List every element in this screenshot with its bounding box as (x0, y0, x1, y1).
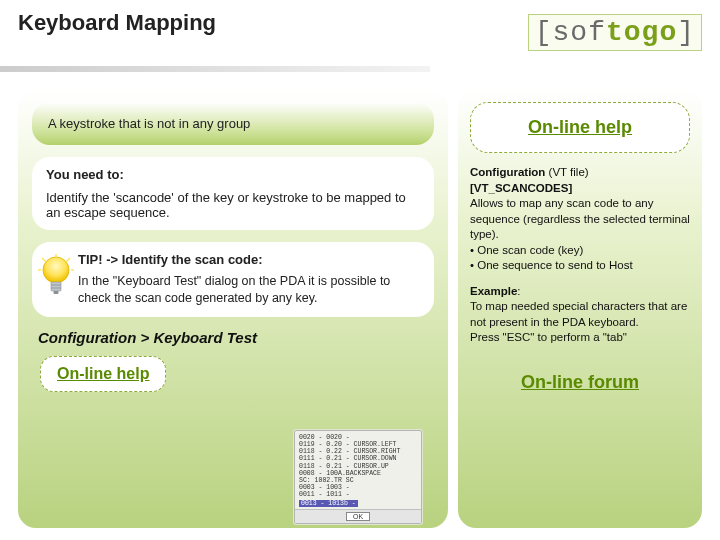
right-banner[interactable]: On-line help (470, 102, 690, 153)
online-help-label: On-line help (57, 365, 149, 382)
config-path: Configuration > Keyboard Test (38, 329, 448, 346)
vt-section: [VT_SCANCODES] (470, 182, 572, 194)
left-panel: A keystroke that is not in any group You… (18, 90, 448, 528)
example-heading: Example (470, 285, 517, 297)
pda-line: 0003 - 1003 - (299, 484, 417, 491)
tip-block: TIP! -> Identify the scan code: In the "… (32, 242, 434, 317)
need-heading: You need to: (46, 167, 420, 182)
right-body: Configuration (VT file) [VT_SCANCODES] A… (470, 165, 690, 394)
logo-accent: togo (606, 17, 677, 48)
bullet-2: One sequence to send to Host (474, 259, 633, 271)
svg-rect-4 (54, 291, 59, 294)
config-desc: Allows to map any scan code to any seque… (470, 197, 690, 240)
header-underline (0, 66, 430, 72)
pda-line: 0119 - 0.20 - CURSOR.LEFT (299, 441, 417, 448)
tip-heading: TIP! -> Identify the scan code: (78, 252, 420, 267)
need-block: You need to: Identify the 'scancode' of … (32, 157, 434, 230)
svg-point-0 (43, 257, 69, 283)
pda-line: 0118 - 0.22 - CURSOR.RIGHT (299, 448, 417, 455)
pda-line: SC: 1002.TR SC (299, 477, 417, 484)
config-suffix: (VT file) (545, 166, 588, 178)
right-panel: On-line help Configuration (VT file) [VT… (458, 90, 702, 528)
pda-screenshot: 0020 - 0020 - 0119 - 0.20 - CURSOR.LEFT … (294, 430, 422, 524)
left-banner: A keystroke that is not in any group (32, 102, 434, 145)
svg-line-6 (42, 258, 46, 262)
pda-line: 0008 - 100A.BACKSPACE (299, 470, 417, 477)
pda-ok-button[interactable]: OK (346, 512, 370, 522)
pda-line: 0011 - 1011 - (299, 491, 417, 498)
svg-line-7 (66, 258, 70, 262)
pda-line: 0111 - 0.21 - CURSOR.DOWN (299, 455, 417, 462)
page-title: Keyboard Mapping (18, 10, 528, 36)
tip-text: In the "Keyboard Test" dialog on the PDA… (78, 273, 420, 307)
online-forum-link[interactable]: On-line forum (521, 372, 639, 392)
pda-ok-bar: OK (295, 509, 421, 523)
pda-highlight: 0013 - 1013b - (299, 500, 358, 507)
pda-line: 0118 - 0.21 - CURSOR.UP (299, 463, 417, 470)
config-heading: Configuration (470, 166, 545, 178)
logo-post: ] (677, 17, 695, 48)
bullet-1: One scan code (key) (474, 244, 583, 256)
pda-line: 0020 - 0020 - (299, 434, 417, 441)
logo-pre: [sof (535, 17, 606, 48)
example-text: To map needed special characters that ar… (470, 300, 687, 343)
need-text: Identify the 'scancode' of the key or ke… (46, 190, 420, 220)
brand-logo: [softogo] (528, 14, 702, 51)
online-help-link-right: On-line help (528, 117, 632, 137)
online-help-link-left[interactable]: On-line help (40, 356, 166, 392)
lightbulb-icon (38, 254, 74, 302)
svg-rect-1 (51, 282, 61, 291)
